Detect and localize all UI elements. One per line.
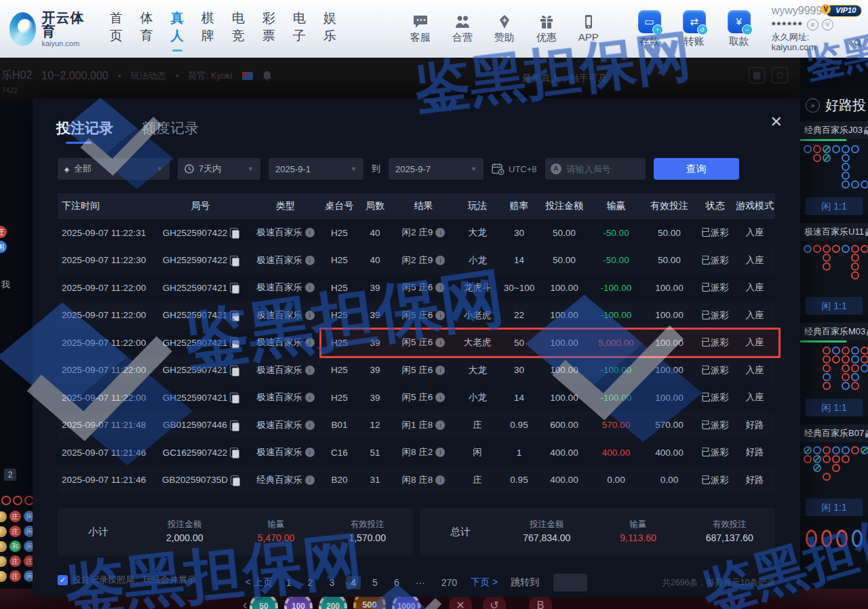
site-logo[interactable]: 开云体育 kaiyun.com	[9, 11, 87, 47]
prev-page-button[interactable]: < 上页	[245, 576, 273, 589]
info-icon[interactable]: i	[435, 366, 445, 375]
nav-menu-item[interactable]: 棋牌	[201, 9, 214, 49]
road-bet-button[interactable]: 闲 1:1	[806, 498, 863, 516]
road-bet-button[interactable]: 闲 1:1	[806, 399, 863, 416]
tab-quota-records[interactable]: 额度记录	[142, 119, 199, 144]
page-button[interactable]: 5	[368, 576, 382, 589]
collapse-sidebar-icon[interactable]: »	[806, 98, 820, 113]
copy-icon[interactable]	[231, 475, 239, 485]
copy-icon[interactable]	[230, 366, 238, 375]
info-icon[interactable]: i	[435, 448, 445, 457]
nav-menu-item[interactable]: 电子	[293, 9, 306, 49]
page-button[interactable]: 3	[325, 576, 340, 589]
currency-circle-icon[interactable]: V	[822, 19, 833, 31]
copy-icon[interactable]	[230, 448, 238, 457]
road-panel[interactable]: 经典百家乐J03闲 1:1	[800, 121, 868, 215]
page-button[interactable]: 270	[437, 576, 462, 589]
cell-win-loss: -50.00	[591, 255, 642, 265]
query-button[interactable]: 查询	[654, 158, 739, 180]
nav-menu-item[interactable]: 首页	[110, 9, 123, 49]
next-page-button[interactable]: 下页 >	[471, 576, 498, 589]
info-icon[interactable]: i	[435, 311, 445, 320]
chips-prev-arrow[interactable]: ‹	[243, 597, 248, 609]
road-panel[interactable]: 极速百家乐U11闲 1:1	[800, 223, 868, 315]
copy-icon[interactable]	[230, 228, 238, 237]
game-no-search[interactable]: A	[545, 158, 646, 180]
nav-menu-item[interactable]: 电竞	[232, 9, 245, 49]
copy-icon[interactable]	[230, 311, 238, 320]
info-icon[interactable]: i	[305, 475, 315, 485]
eye-off-icon[interactable]: ø	[807, 19, 818, 31]
copy-icon[interactable]	[230, 393, 238, 402]
info-icon[interactable]: i	[435, 338, 445, 347]
sidebar-title: 好路投	[825, 96, 866, 115]
nav-support[interactable]: 客服	[404, 14, 437, 44]
date-from-select[interactable]: 2025-9-1 ▼	[269, 158, 363, 180]
road-bet-button[interactable]: 闲 1:1	[806, 297, 863, 315]
info-icon[interactable]: i	[435, 420, 445, 430]
game-no-input[interactable]	[566, 163, 640, 175]
table-row[interactable]: 2025-09-07 11:22:00GH2525907421极速百家乐iH25…	[58, 357, 775, 385]
info-icon[interactable]: i	[305, 256, 315, 265]
jump-to-input[interactable]	[553, 574, 587, 591]
info-icon[interactable]: i	[305, 448, 315, 457]
nav-partners[interactable]: 合营	[446, 14, 479, 44]
table-row[interactable]: 2025-09-07 11:22:30GH2525907422极速百家乐iH25…	[58, 247, 775, 275]
cell-odds: 30~100	[500, 283, 538, 293]
road-panel[interactable]: 经典百家乐M03闲 1:1	[800, 323, 868, 416]
cell-type: 极速百家乐i	[251, 446, 320, 458]
nav-promo[interactable]: 优惠	[530, 14, 563, 44]
page-button[interactable]: 2	[303, 576, 318, 589]
table-row[interactable]: 2025-09-07 11:22:31GH2525907422极速百家乐iH25…	[58, 219, 775, 247]
nav-app[interactable]: APP	[572, 14, 605, 44]
table-row[interactable]: 2025-09-07 11:22:00GH2525907421极速百家乐iH25…	[58, 329, 775, 357]
info-icon[interactable]: i	[305, 420, 315, 430]
close-icon[interactable]: ✕	[770, 113, 783, 131]
table-row[interactable]: 2025-09-07 11:22:00GH2525907421极速百家乐iH25…	[58, 302, 775, 330]
info-icon[interactable]: i	[435, 475, 445, 485]
cell-type: 极速百家乐i	[251, 391, 320, 404]
category-select[interactable]: ♠ 全部 ▼	[58, 158, 170, 180]
info-icon[interactable]: i	[435, 393, 445, 402]
date-to-select[interactable]: 2025-9-7 ▼	[389, 158, 484, 180]
road-bet-button[interactable]: 闲 1:1	[806, 197, 863, 215]
copy-icon[interactable]	[230, 283, 238, 292]
nav-menu-item[interactable]: 真人	[171, 9, 184, 49]
period-select[interactable]: 7天内 ▼	[178, 158, 260, 180]
table-row[interactable]: 2025-09-07 11:22:00GH2525907421极速百家乐iH25…	[58, 274, 775, 302]
search-icon[interactable]	[854, 39, 862, 47]
nav-menu-item[interactable]: 体育	[140, 9, 153, 49]
info-icon[interactable]: i	[305, 228, 315, 237]
info-icon[interactable]: i	[435, 283, 445, 292]
table-row[interactable]: 2025-09-07 11:21:48GB0125907446极速百家乐iB01…	[58, 412, 775, 439]
nav-withdraw[interactable]: ¥− 取款	[722, 10, 757, 48]
road-panel[interactable]: 经典百家乐B07闲 1:1	[800, 425, 868, 516]
page-button[interactable]: 6	[389, 576, 404, 589]
nav-sponsor[interactable]: 赞助	[488, 14, 521, 44]
table-row[interactable]: 2025-09-07 11:21:46GC1625907422极速百家乐iC16…	[58, 439, 775, 467]
table-row[interactable]: 2025-09-07 11:21:46GB202590735D经典百家乐iB20…	[58, 467, 775, 494]
copy-icon[interactable]	[230, 420, 238, 430]
tab-bet-records[interactable]: 投注记录	[56, 119, 113, 144]
page-button[interactable]: 4	[346, 576, 361, 589]
info-icon[interactable]: i	[305, 366, 315, 375]
info-icon[interactable]: i	[305, 338, 315, 347]
info-icon[interactable]: i	[305, 283, 315, 292]
col-header-game-mode: 游戏模式	[734, 200, 775, 212]
cell-type: 极速百家乐i	[251, 281, 320, 294]
table-row[interactable]: 2025-09-07 11:22:00GH2525907421极速百家乐iH25…	[58, 384, 775, 412]
info-icon[interactable]: i	[305, 393, 315, 402]
info-icon[interactable]: i	[305, 311, 315, 320]
lock-icon	[865, 430, 868, 437]
nav-transfer[interactable]: ⇄↺ 转账	[677, 10, 712, 48]
nav-menu-item[interactable]: 彩票	[262, 9, 275, 49]
info-icon[interactable]: i	[435, 228, 445, 237]
page-button[interactable]: 1	[281, 576, 296, 589]
info-icon[interactable]: i	[435, 256, 445, 265]
nav-deposit[interactable]: ▭+ 存款	[632, 10, 667, 48]
nav-menu-item[interactable]: 娱乐	[323, 9, 336, 49]
copy-icon[interactable]	[230, 256, 238, 265]
copy-icon[interactable]	[230, 338, 238, 347]
chips-next-arrow[interactable]: ›	[418, 597, 422, 609]
cell-result: 闲2 庄9i	[393, 227, 455, 239]
